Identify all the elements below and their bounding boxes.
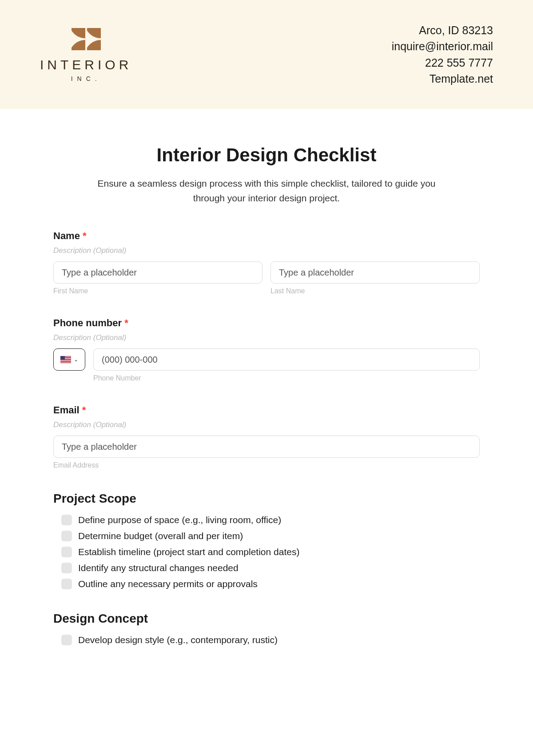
page-title: Interior Design Checklist: [53, 144, 480, 166]
page-header: INTERIOR INC. Arco, ID 83213 inquire@int…: [0, 0, 533, 109]
email-desc: Description (Optional): [53, 420, 480, 429]
list-item: Determine budget (overall and per item): [61, 531, 480, 541]
checkbox[interactable]: [61, 515, 72, 525]
list-item: Identify any structural changes needed: [61, 563, 480, 573]
last-name-sublabel: Last Name: [270, 287, 480, 295]
list-item: Establish timeline (project start and co…: [61, 547, 480, 557]
checkbox[interactable]: [61, 547, 72, 557]
email-sublabel: Email Address: [53, 461, 480, 469]
phone-sublabel: Phone Number: [93, 374, 480, 382]
phone-input[interactable]: [93, 348, 480, 371]
phone-desc: Description (Optional): [53, 333, 480, 342]
required-icon: *: [82, 404, 86, 416]
contact-website: Template.net: [392, 71, 493, 87]
contact-address: Arco, ID 83213: [392, 22, 493, 38]
phone-field-group: Phone number * Description (Optional) ⌄ …: [53, 317, 480, 382]
chevron-down-icon: ⌄: [74, 356, 78, 363]
list-item: Develop design style (e.g., contemporary…: [61, 635, 480, 645]
country-code-select[interactable]: ⌄: [53, 348, 85, 371]
email-field-group: Email * Description (Optional) Email Add…: [53, 404, 480, 469]
name-label: Name *: [53, 230, 480, 242]
flag-icon: [60, 356, 71, 363]
contact-phone: 222 555 7777: [392, 55, 493, 71]
phone-label: Phone number *: [53, 317, 480, 329]
design-concept-heading: Design Concept: [53, 612, 480, 626]
form-content: Interior Design Checklist Ensure a seaml…: [0, 109, 533, 685]
required-icon: *: [83, 230, 87, 241]
checkbox[interactable]: [61, 635, 72, 645]
name-desc: Description (Optional): [53, 246, 480, 255]
required-icon: *: [124, 317, 128, 328]
logo-subtext: INC.: [71, 75, 101, 82]
project-scope-section: Project Scope Define purpose of space (e…: [53, 492, 480, 589]
checkbox[interactable]: [61, 563, 72, 573]
design-concept-list: Develop design style (e.g., contemporary…: [53, 635, 480, 645]
email-input[interactable]: [53, 436, 480, 458]
name-field-group: Name * Description (Optional) First Name…: [53, 230, 480, 295]
page-subtitle: Ensure a seamless design process with th…: [93, 176, 440, 205]
project-scope-heading: Project Scope: [53, 492, 480, 506]
logo-icon: [71, 27, 102, 51]
logo-block: INTERIOR INC.: [40, 27, 132, 82]
first-name-sublabel: First Name: [53, 287, 263, 295]
first-name-input[interactable]: [53, 261, 263, 284]
checkbox[interactable]: [61, 579, 72, 589]
project-scope-list: Define purpose of space (e.g., living ro…: [53, 515, 480, 589]
contact-email: inquire@interior.mail: [392, 38, 493, 54]
email-label: Email *: [53, 404, 480, 416]
list-item: Define purpose of space (e.g., living ro…: [61, 515, 480, 525]
contact-info: Arco, ID 83213 inquire@interior.mail 222…: [392, 22, 493, 87]
logo-text: INTERIOR: [40, 57, 132, 72]
list-item: Outline any necessary permits or approva…: [61, 579, 480, 589]
design-concept-section: Design Concept Develop design style (e.g…: [53, 612, 480, 645]
last-name-input[interactable]: [270, 261, 480, 284]
checkbox[interactable]: [61, 531, 72, 541]
